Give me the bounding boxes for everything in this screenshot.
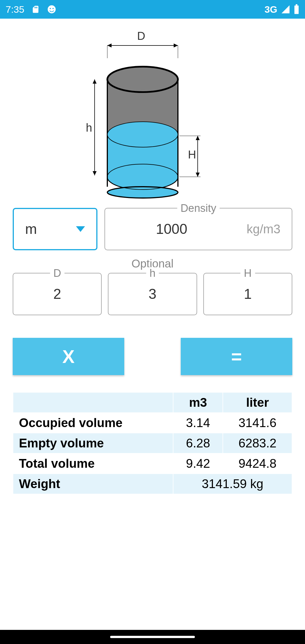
h-field[interactable]: h 3 bbox=[108, 273, 197, 315]
home-indicator[interactable] bbox=[110, 636, 195, 638]
h-value: 3 bbox=[149, 286, 156, 302]
d-value: 2 bbox=[53, 286, 61, 302]
svg-point-23 bbox=[107, 67, 178, 92]
calculate-button[interactable]: = bbox=[181, 338, 292, 375]
battery-icon bbox=[294, 4, 299, 14]
svg-point-22 bbox=[107, 122, 178, 147]
svg-marker-7 bbox=[174, 43, 178, 47]
svg-point-2 bbox=[53, 8, 54, 9]
svg-rect-4 bbox=[296, 4, 297, 6]
svg-point-0 bbox=[48, 5, 56, 13]
big-h-field[interactable]: H 1 bbox=[203, 273, 292, 315]
unit-value: m bbox=[25, 221, 37, 237]
svg-marker-15 bbox=[196, 173, 200, 177]
face-icon bbox=[47, 5, 56, 14]
nav-bar bbox=[0, 630, 305, 644]
density-field[interactable]: Density 1000 kg/m3 bbox=[104, 208, 292, 250]
svg-rect-3 bbox=[295, 6, 299, 14]
density-value: 1000 bbox=[116, 221, 227, 237]
svg-point-1 bbox=[50, 8, 51, 9]
status-bar: 7:35 3G bbox=[0, 0, 305, 19]
h-label: h bbox=[146, 267, 159, 279]
table-row: Empty volume 6.28 6283.2 bbox=[13, 433, 292, 453]
svg-point-18 bbox=[107, 187, 178, 198]
big-h-label: H bbox=[241, 267, 255, 279]
diagram-label-big-h: H bbox=[188, 148, 196, 161]
table-row: Occupied volume 3.14 3141.6 bbox=[13, 413, 292, 433]
table-row: Total volume 9.42 9424.8 bbox=[13, 454, 292, 473]
diagram-label-h: h bbox=[86, 121, 92, 134]
d-field[interactable]: D 2 bbox=[13, 273, 102, 315]
svg-marker-6 bbox=[107, 43, 112, 47]
weight-row: Weight 3141.59 kg bbox=[13, 474, 292, 494]
density-label: Density bbox=[177, 202, 220, 214]
signal-icon bbox=[281, 5, 290, 14]
clear-button[interactable]: X bbox=[13, 338, 124, 375]
sd-card-icon bbox=[31, 4, 40, 14]
status-time: 7:35 bbox=[6, 4, 24, 15]
header-liter: liter bbox=[223, 393, 292, 412]
big-h-value: 1 bbox=[244, 286, 252, 302]
d-label: D bbox=[50, 267, 64, 279]
unit-select[interactable]: m bbox=[13, 208, 97, 250]
results-table: m3 liter Occupied volume 3.14 3141.6 Emp… bbox=[13, 392, 292, 494]
svg-marker-12 bbox=[93, 171, 97, 175]
svg-marker-14 bbox=[196, 136, 200, 140]
svg-marker-11 bbox=[93, 79, 97, 84]
density-unit: kg/m3 bbox=[247, 222, 280, 236]
diagram-label-d: D bbox=[137, 30, 145, 42]
cylinder-diagram: D h H bbox=[13, 19, 292, 208]
header-m3: m3 bbox=[173, 393, 223, 412]
network-label: 3G bbox=[265, 4, 277, 15]
chevron-down-icon bbox=[76, 226, 85, 232]
